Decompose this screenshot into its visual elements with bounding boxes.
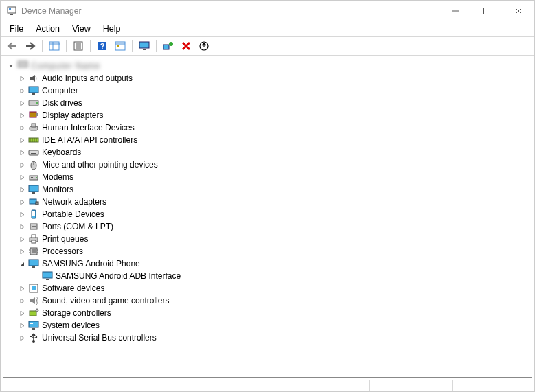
tree-category-row[interactable]: Ports (COM & LPT) xyxy=(5,220,532,233)
window-title: Device Manager xyxy=(21,6,81,16)
sound-icon xyxy=(28,295,39,306)
tree-category-row[interactable]: Universal Serial Bus controllers xyxy=(5,332,532,344)
chevron-right-icon[interactable] xyxy=(17,222,27,231)
chevron-right-icon[interactable] xyxy=(17,333,27,343)
svg-text:?: ? xyxy=(100,42,105,50)
maximize-button[interactable] xyxy=(471,1,503,21)
monitor-blue-icon xyxy=(28,258,39,269)
chevron-right-icon[interactable] xyxy=(17,234,27,244)
chevron-right-icon[interactable] xyxy=(17,209,27,219)
chevron-down-icon[interactable] xyxy=(6,61,16,71)
toolbar-action-button[interactable] xyxy=(112,38,128,54)
chevron-right-icon[interactable] xyxy=(17,321,27,330)
tree-category-row[interactable]: Sound, video and game controllers xyxy=(5,295,532,307)
close-button[interactable] xyxy=(503,1,534,21)
tree-category-row[interactable]: IDE ATA/ATAPI controllers xyxy=(5,134,532,146)
svg-point-82 xyxy=(36,336,37,338)
chevron-right-icon[interactable] xyxy=(17,135,27,145)
status-cell xyxy=(452,380,534,392)
svg-rect-32 xyxy=(32,124,36,127)
status-cell xyxy=(369,380,452,392)
tree-root-row[interactable]: Computer Name xyxy=(5,60,532,72)
menu-view[interactable]: View xyxy=(66,23,97,35)
minimize-button[interactable] xyxy=(440,1,471,21)
tree-category-row[interactable]: Monitors xyxy=(5,183,532,196)
tree-category-row[interactable]: Disk drives xyxy=(5,97,532,109)
tree-category-row[interactable]: Human Interface Devices xyxy=(5,122,532,134)
tree-category-row[interactable]: Print queues xyxy=(5,233,532,245)
toolbar-scan-button[interactable] xyxy=(160,38,177,54)
svg-point-56 xyxy=(33,226,34,227)
toolbar-separator xyxy=(132,40,133,52)
tree-category-label: Monitors xyxy=(42,185,73,194)
tree-device-row[interactable]: SAMSUNG Android ADB Interface xyxy=(5,270,532,282)
chevron-right-icon[interactable] xyxy=(17,73,27,83)
chevron-right-icon[interactable] xyxy=(17,98,27,108)
tree-category-label: Keyboards xyxy=(42,148,81,157)
svg-rect-60 xyxy=(32,240,36,243)
tree-category-row[interactable]: Computer xyxy=(5,84,532,97)
svg-rect-39 xyxy=(30,152,32,152)
tree-category-row[interactable]: Modems xyxy=(5,171,532,183)
chevron-right-icon[interactable] xyxy=(17,148,27,157)
tree-category-row[interactable]: Portable Devices xyxy=(5,208,532,220)
svg-rect-48 xyxy=(29,185,38,192)
tree-category-row[interactable]: Audio inputs and outputs xyxy=(5,72,532,84)
chevron-right-icon[interactable] xyxy=(17,172,27,182)
chevron-right-icon[interactable] xyxy=(17,284,27,293)
svg-point-28 xyxy=(36,102,38,104)
tree-category-row[interactable]: Software devices xyxy=(5,282,532,295)
chevron-right-icon[interactable] xyxy=(17,296,27,305)
chevron-right-icon[interactable] xyxy=(17,185,27,194)
tree-category-row[interactable]: System devices xyxy=(5,319,532,332)
toolbar-update-button[interactable] xyxy=(196,38,212,54)
svg-rect-76 xyxy=(32,328,35,330)
tree-category-row[interactable]: SAMSUNG Android Phone xyxy=(5,257,532,270)
svg-rect-1 xyxy=(9,8,11,10)
toolbar-remove-button[interactable] xyxy=(178,38,194,54)
tree-category-row[interactable]: Keyboards xyxy=(5,146,532,159)
tree-category-row[interactable]: Mice and other pointing devices xyxy=(5,159,532,171)
chevron-right-icon[interactable] xyxy=(17,308,27,318)
toolbar-separator xyxy=(156,40,157,52)
network-icon xyxy=(28,196,39,207)
window-controls xyxy=(440,1,534,21)
tree-category-row[interactable]: Storage controllers xyxy=(5,307,532,319)
chevron-right-icon[interactable] xyxy=(17,160,27,170)
hid-icon xyxy=(28,122,39,133)
svg-rect-40 xyxy=(32,152,34,152)
toolbar-back-button[interactable] xyxy=(4,38,21,54)
toolbar-showtree-button[interactable] xyxy=(46,38,62,54)
tree-category-row[interactable]: Display adapters xyxy=(5,109,532,122)
tree-category-label: Print queues xyxy=(42,234,88,244)
svg-rect-30 xyxy=(36,113,38,116)
toolbar-forward-button[interactable] xyxy=(22,38,38,54)
tree-category-label: Storage controllers xyxy=(42,308,111,318)
chevron-right-icon[interactable] xyxy=(17,111,27,120)
menu-help[interactable]: Help xyxy=(97,23,127,35)
menu-file[interactable]: File xyxy=(3,23,30,35)
usb-icon xyxy=(28,332,39,343)
toolbar-separator xyxy=(42,40,43,52)
toolbar-help-button[interactable]: ? xyxy=(94,38,111,54)
tree-category-row[interactable]: Processors xyxy=(5,245,532,257)
chevron-right-icon[interactable] xyxy=(17,86,27,95)
menubar: File Action View Help xyxy=(1,21,534,36)
titlebar: Device Manager xyxy=(1,1,534,21)
monitor-blue-icon xyxy=(28,184,39,195)
tree-category-row[interactable]: Network adapters xyxy=(5,196,532,208)
chevron-right-icon[interactable] xyxy=(17,246,27,256)
toolbar-monitor-button[interactable] xyxy=(136,38,152,54)
chevron-right-icon[interactable] xyxy=(17,197,27,207)
tree-category-label: Mice and other pointing devices xyxy=(42,160,158,170)
device-tree[interactable]: Computer Name Audio inputs and outputsCo… xyxy=(3,58,532,378)
chevron-right-icon[interactable] xyxy=(17,123,27,132)
svg-rect-80 xyxy=(30,336,32,337)
chevron-down-icon[interactable] xyxy=(17,259,27,268)
menu-action[interactable]: Action xyxy=(30,23,66,35)
statusbar xyxy=(1,380,534,392)
toolbar-properties-button[interactable] xyxy=(70,38,87,54)
portable-icon xyxy=(28,209,39,220)
tree-category-label: Human Interface Devices xyxy=(42,123,135,132)
port-icon xyxy=(28,221,39,232)
